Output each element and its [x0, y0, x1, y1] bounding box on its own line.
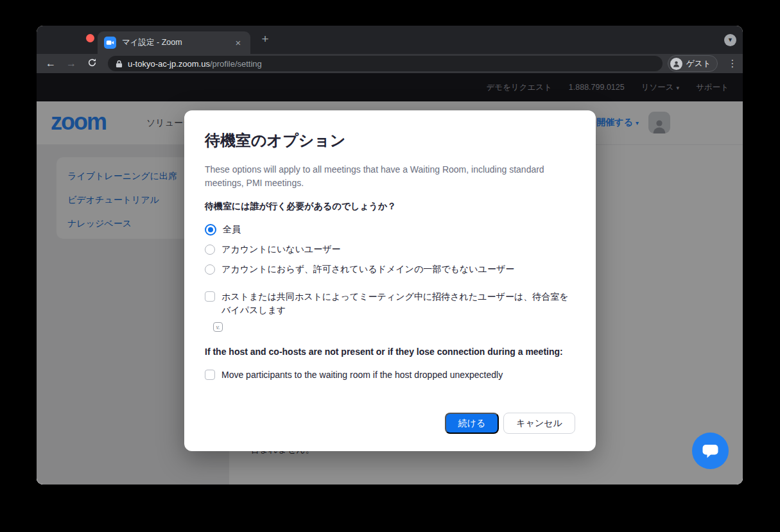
guest-label: ゲスト [686, 58, 711, 69]
address-bar[interactable]: u-tokyo-ac-jp.zoom.us/profile/setting [108, 56, 663, 71]
radio-option-everyone[interactable]: 全員 [205, 219, 575, 239]
tab-search-icon[interactable]: ▼ [724, 34, 736, 46]
dialog-description: These options will apply to all meetings… [205, 163, 559, 190]
radio-unselected-icon[interactable] [205, 245, 215, 255]
radio-label: 全員 [223, 223, 241, 236]
tab-strip: マイ設定 - Zoom × + ▼ [37, 26, 743, 54]
url-text: u-tokyo-ac-jp.zoom.us/profile/setting [128, 59, 262, 69]
video-camera-icon [106, 39, 114, 47]
profile-avatar-icon [670, 58, 682, 70]
person-icon [672, 60, 680, 68]
tab-title: マイ設定 - Zoom [122, 37, 232, 48]
host-absent-heading: If the host and co-hosts are not present… [205, 345, 575, 359]
page-viewport: デモをリクエスト 1.888.799.0125 リソース▾ サポート zoom … [37, 73, 743, 485]
dialog-question: 待機室には誰が行く必要があるのでしょうか？ [205, 200, 575, 213]
forward-button[interactable]: → [63, 55, 80, 72]
speech-bubble-icon [702, 443, 719, 459]
checkbox-unchecked-icon[interactable] [205, 291, 215, 302]
radio-selected-icon[interactable] [205, 224, 216, 236]
tab-close-icon[interactable]: × [232, 37, 244, 49]
continue-button[interactable]: 続ける [445, 413, 499, 434]
checkbox-label: ホストまたは共同ホストによってミーティング中に招待されたユーザーは、待合室をバイ… [221, 290, 575, 317]
zoom-favicon-icon [104, 37, 116, 49]
checkbox-label: Move participants to the waiting room if… [221, 368, 503, 382]
radio-option-users-not-in-domains[interactable]: アカウントにおらず、許可されているドメインの一部でもないユーザー [205, 259, 575, 279]
back-button[interactable]: ← [42, 55, 59, 72]
radio-dot [208, 227, 213, 232]
reload-button[interactable] [83, 55, 100, 72]
window-close-button[interactable] [86, 34, 94, 42]
v-badge-icon: v. [213, 322, 223, 332]
url-domain: u-tokyo-ac-jp.zoom.us [128, 59, 210, 69]
browser-toolbar: ← → u-tokyo-ac-jp.zoom.us/profile/settin… [37, 54, 743, 73]
checkbox-unchecked-icon[interactable] [205, 370, 215, 380]
radio-label: アカウントにおらず、許可されているドメインの一部でもないユーザー [221, 262, 514, 276]
waiting-room-options-dialog: 待機室のオプション These options will apply to al… [184, 110, 596, 451]
chat-widget-button[interactable] [692, 433, 729, 469]
radio-label: アカウントにいないユーザー [221, 243, 341, 256]
dialog-footer: 続ける キャンセル [205, 413, 575, 434]
browser-menu-icon[interactable]: ⋮ [725, 56, 740, 71]
browser-window: マイ設定 - Zoom × + ▼ ← → u-tokyo-ac-jp.zoom… [37, 26, 743, 485]
radio-unselected-icon[interactable] [205, 264, 215, 275]
bypass-waiting-room-checkbox-row[interactable]: ホストまたは共同ホストによってミーティング中に招待されたユーザーは、待合室をバイ… [205, 290, 575, 317]
reload-icon [87, 58, 97, 67]
cancel-button[interactable]: キャンセル [503, 413, 575, 434]
url-path: /profile/setting [210, 59, 262, 69]
new-tab-button[interactable]: + [257, 32, 273, 47]
browser-profile-button[interactable]: ゲスト [668, 55, 718, 72]
browser-tab[interactable]: マイ設定 - Zoom × [98, 31, 250, 54]
waiting-room-radio-group: 全員 アカウントにいないユーザー アカウントにおらず、許可されているドメインの一… [205, 219, 575, 279]
move-participants-checkbox-row[interactable]: Move participants to the waiting room if… [205, 368, 575, 382]
dialog-title: 待機室のオプション [205, 130, 575, 151]
lock-icon [116, 60, 123, 68]
radio-option-users-not-in-account[interactable]: アカウントにいないユーザー [205, 239, 575, 259]
